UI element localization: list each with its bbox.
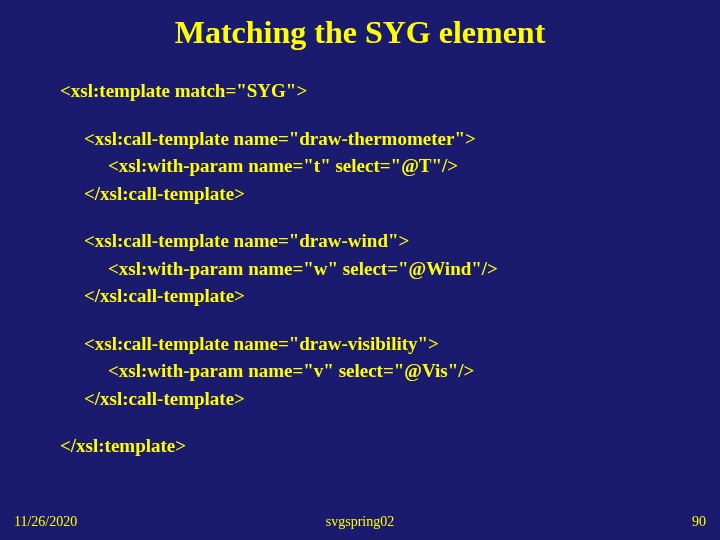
code-block-thermometer: <xsl:call-template name="draw-thermomete… [60, 125, 680, 208]
code-template-close: </xsl:template> [60, 432, 680, 460]
code-line: <xsl:with-param name="v" select="@Vis"/> [60, 357, 680, 385]
code-line: </xsl:call-template> [60, 180, 680, 208]
code-block-visibility: <xsl:call-template name="draw-visibility… [60, 330, 680, 413]
footer-page-number: 90 [692, 514, 706, 530]
code-line: </xsl:call-template> [60, 282, 680, 310]
slide-title: Matching the SYG element [0, 0, 720, 59]
code-line: </xsl:call-template> [60, 385, 680, 413]
code-line: <xsl:with-param name="t" select="@T"/> [60, 152, 680, 180]
code-line: <xsl:with-param name="w" select="@Wind"/… [60, 255, 680, 283]
footer-center: svgspring02 [0, 514, 720, 530]
slide-body: <xsl:template match="SYG"> <xsl:call-tem… [0, 59, 720, 460]
code-template-open: <xsl:template match="SYG"> [60, 77, 680, 105]
code-line: <xsl:call-template name="draw-wind"> [60, 227, 680, 255]
code-block-wind: <xsl:call-template name="draw-wind"> <xs… [60, 227, 680, 310]
slide: Matching the SYG element <xsl:template m… [0, 0, 720, 540]
code-line: <xsl:call-template name="draw-visibility… [60, 330, 680, 358]
code-line: <xsl:call-template name="draw-thermomete… [60, 125, 680, 153]
